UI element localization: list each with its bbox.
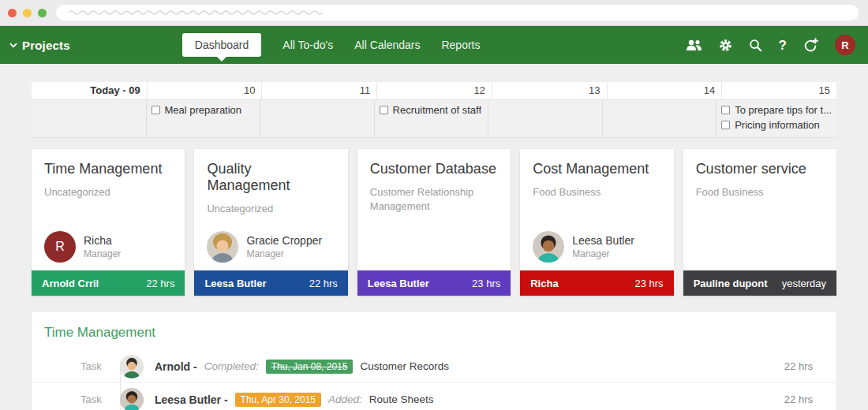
task-hours: 22 hrs bbox=[784, 393, 813, 405]
tab-reports[interactable]: Reports bbox=[441, 39, 480, 51]
address-bar[interactable] bbox=[56, 5, 859, 20]
task-item-link[interactable]: Customer Records bbox=[360, 360, 449, 372]
search-icon[interactable] bbox=[749, 39, 762, 52]
task-avatar bbox=[120, 355, 144, 378]
task-person-link[interactable]: Leesa Butler - bbox=[155, 393, 228, 406]
project-category: Uncategorized bbox=[207, 202, 335, 216]
task-person-link[interactable]: Arnold - bbox=[155, 360, 197, 373]
members-icon[interactable] bbox=[686, 39, 702, 51]
calendar-day-cell[interactable]: To prepare tips for t... Pricing informa… bbox=[716, 100, 836, 137]
manager-name: Leesa Butler bbox=[572, 234, 634, 247]
calendar-day-cell[interactable] bbox=[32, 100, 146, 137]
manager-name: Richa bbox=[84, 234, 121, 247]
manager-avatar bbox=[207, 231, 238, 263]
calendar-day-cell[interactable] bbox=[602, 100, 716, 137]
activity-row: Task Leesa Butler - Thu, Apr 30, 2015 Ad… bbox=[32, 383, 836, 410]
project-card-customer-database[interactable]: Customer Database Customer Relationship … bbox=[357, 149, 511, 296]
calendar-day-header: 14 bbox=[607, 82, 722, 99]
calendar-day-cell[interactable] bbox=[260, 100, 374, 137]
navbar-actions: ? R bbox=[686, 35, 859, 55]
calendar-event[interactable]: Pricing information bbox=[721, 119, 832, 131]
project-manager: Gracie Cropper Manager bbox=[207, 231, 335, 263]
project-card-time-management[interactable]: Time Management Uncategorized R Richa Ma… bbox=[32, 149, 185, 296]
user-avatar[interactable]: R bbox=[835, 35, 855, 55]
project-manager: Leesa Butler Manager bbox=[533, 231, 660, 263]
calendar-day-cell[interactable]: Recruitment of staff bbox=[374, 100, 488, 137]
manager-role: Manager bbox=[572, 248, 634, 259]
project-title: Time Management bbox=[44, 161, 172, 177]
main-navbar: Projects Dashboard All To-do's All Calen… bbox=[0, 26, 868, 64]
quick-add-icon[interactable] bbox=[803, 38, 818, 52]
project-category: Food Business bbox=[533, 185, 660, 199]
calendar-day-header: 10 bbox=[147, 82, 262, 99]
project-card-cost-management[interactable]: Cost Management Food Business Leesa B bbox=[520, 149, 673, 296]
task-date-badge: Thu, Apr 30, 2015 bbox=[235, 393, 321, 407]
project-activity-footer[interactable]: Leesa Butler 22 hrs bbox=[194, 270, 347, 296]
event-checkbox[interactable] bbox=[721, 106, 730, 114]
minimize-window-button[interactable] bbox=[23, 9, 32, 17]
project-cards-row: Time Management Uncategorized R Richa Ma… bbox=[32, 149, 836, 296]
footer-person: Pauline dupont bbox=[694, 278, 768, 289]
event-checkbox[interactable] bbox=[152, 106, 160, 114]
manager-role: Manager bbox=[84, 248, 121, 259]
tab-all-todos[interactable]: All To-do's bbox=[282, 39, 333, 51]
project-title: Cost Management bbox=[533, 161, 660, 177]
calendar-day-cell[interactable] bbox=[488, 100, 602, 137]
calendar-body: Meal preparation Recruitment of staff To… bbox=[32, 100, 836, 138]
calendar-header: Today - 09 10 11 12 13 14 15 bbox=[32, 82, 836, 100]
footer-hours: yesterday bbox=[782, 278, 826, 289]
task-hours: 22 hrs bbox=[784, 360, 813, 372]
task-item-link[interactable]: Route Sheets bbox=[369, 393, 434, 405]
project-activity-footer[interactable]: Leesa Butler 23 hrs bbox=[357, 270, 511, 296]
calendar-day-header: 12 bbox=[376, 82, 492, 99]
project-title: Customer Database bbox=[370, 161, 498, 177]
footer-hours: 23 hrs bbox=[472, 278, 500, 289]
footer-hours: 22 hrs bbox=[309, 278, 338, 289]
calendar-event[interactable]: To prepare tips for t... bbox=[721, 104, 832, 116]
event-checkbox[interactable] bbox=[380, 106, 388, 114]
project-card-customer-service[interactable]: Customer service Food Business Pauline d… bbox=[683, 149, 836, 296]
task-status-label: Completed: bbox=[204, 360, 259, 372]
project-card-quality-management[interactable]: Quality Management Uncategorized Grac bbox=[194, 149, 347, 296]
window-controls bbox=[8, 9, 47, 17]
activity-row: Task Arnold - Completed: Thu, Jan 08, 20… bbox=[32, 350, 836, 383]
event-checkbox[interactable] bbox=[721, 121, 730, 129]
nav-tabs: Dashboard All To-do's All Calendars Repo… bbox=[182, 33, 481, 57]
settings-gear-icon[interactable] bbox=[719, 39, 732, 52]
task-status-label: Added: bbox=[328, 393, 362, 405]
event-label: Meal preparation bbox=[165, 104, 242, 116]
calendar-day-header: 11 bbox=[261, 82, 376, 99]
project-activity-footer[interactable]: Richa 23 hrs bbox=[520, 270, 673, 296]
project-activity-footer[interactable]: Pauline dupont yesterday bbox=[683, 270, 836, 296]
help-icon[interactable]: ? bbox=[779, 39, 787, 52]
footer-hours: 22 hrs bbox=[146, 278, 174, 289]
calendar-event[interactable]: Recruitment of staff bbox=[380, 104, 484, 116]
calendar-strip: Today - 09 10 11 12 13 14 15 Meal prepar… bbox=[32, 82, 836, 138]
event-label: Pricing information bbox=[735, 119, 820, 131]
calendar-day-header: Today - 09 bbox=[32, 82, 147, 99]
event-label: To prepare tips for t... bbox=[735, 104, 832, 116]
task-type-label: Task bbox=[80, 393, 107, 405]
manager-avatar bbox=[533, 231, 564, 263]
project-activity-footer[interactable]: Arnold Crril 22 hrs bbox=[32, 270, 185, 296]
tab-all-calendars[interactable]: All Calendars bbox=[354, 39, 420, 51]
close-window-button[interactable] bbox=[8, 9, 17, 17]
projects-menu[interactable]: Projects bbox=[9, 39, 70, 52]
calendar-event[interactable]: Meal preparation bbox=[152, 104, 256, 116]
tab-dashboard[interactable]: Dashboard bbox=[182, 33, 262, 57]
chevron-down-icon bbox=[9, 43, 17, 48]
calendar-day-cell[interactable]: Meal preparation bbox=[146, 100, 260, 137]
zoom-window-button[interactable] bbox=[38, 9, 47, 17]
task-avatar bbox=[120, 388, 144, 410]
manager-role: Manager bbox=[246, 248, 322, 259]
manager-avatar: R bbox=[44, 231, 76, 263]
footer-person: Leesa Butler bbox=[204, 278, 266, 289]
activity-panel: Time Management Task Arnold - Com bbox=[32, 312, 836, 410]
footer-hours: 23 hrs bbox=[634, 278, 663, 289]
brand-label: Projects bbox=[22, 39, 70, 52]
project-manager: R Richa Manager bbox=[44, 231, 172, 263]
footer-person: Arnold Crril bbox=[42, 278, 99, 289]
project-title: Quality Management bbox=[207, 161, 335, 194]
project-category: Food Business bbox=[696, 185, 824, 199]
activity-panel-title: Time Management bbox=[32, 325, 836, 341]
